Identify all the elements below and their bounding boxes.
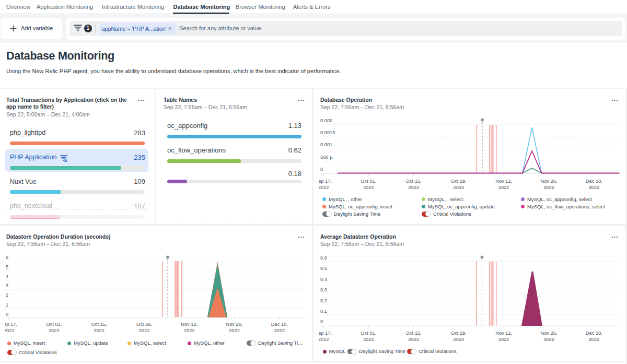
svg-text:Nov 12,: Nov 12, xyxy=(181,322,198,327)
svg-text:0.4: 0.4 xyxy=(320,277,327,282)
svg-text:0.002: 0.002 xyxy=(320,118,332,123)
svg-text:2022: 2022 xyxy=(274,328,285,333)
svg-text:Oct 29,: Oct 29, xyxy=(136,322,152,327)
svg-text:2022: 2022 xyxy=(454,337,465,342)
svg-text:2022: 2022 xyxy=(498,337,509,342)
svg-text:2022: 2022 xyxy=(543,337,554,342)
svg-text:Nov 12,: Nov 12, xyxy=(495,331,512,336)
svg-text:2022: 2022 xyxy=(363,337,374,342)
svg-text:Dec 10,: Dec 10, xyxy=(271,322,288,327)
svg-text:6: 6 xyxy=(6,255,8,260)
svg-text:Oct 29,: Oct 29, xyxy=(451,331,467,336)
svg-text:500 µ: 500 µ xyxy=(320,155,333,160)
svg-text:2022: 2022 xyxy=(229,328,240,333)
svg-text:1: 1 xyxy=(6,302,8,308)
svg-text:Oct 29,: Oct 29, xyxy=(451,179,467,184)
svg-text:2022: 2022 xyxy=(318,185,329,190)
svg-text:2022: 2022 xyxy=(363,185,374,190)
svg-text:0.6: 0.6 xyxy=(320,255,327,261)
svg-text:0: 0 xyxy=(320,167,323,172)
svg-text:Nov 26,: Nov 26, xyxy=(226,322,242,327)
svg-text:Oct 15,: Oct 15, xyxy=(406,179,422,184)
svg-text:0.0015: 0.0015 xyxy=(320,130,335,135)
svg-text:2022: 2022 xyxy=(408,185,419,190)
svg-text:2022: 2022 xyxy=(184,328,195,333)
svg-text:2022: 2022 xyxy=(49,328,60,333)
svg-text:Dec 10,: Dec 10, xyxy=(586,179,602,184)
svg-text:Oct 15,: Oct 15, xyxy=(91,322,107,327)
svg-text:Sep 17,: Sep 17, xyxy=(1,322,17,327)
svg-text:Nov 26,: Nov 26, xyxy=(540,179,557,184)
svg-text:2022: 2022 xyxy=(543,185,554,190)
svg-text:0: 0 xyxy=(6,312,8,317)
svg-text:0.5: 0.5 xyxy=(320,266,327,271)
svg-text:0.1: 0.1 xyxy=(320,309,327,314)
svg-text:0.2: 0.2 xyxy=(320,298,327,303)
svg-text:2022: 2022 xyxy=(4,328,15,333)
svg-text:2022: 2022 xyxy=(139,328,150,333)
svg-text:4: 4 xyxy=(6,274,8,279)
svg-text:0.3: 0.3 xyxy=(320,287,327,292)
svg-text:2022: 2022 xyxy=(454,185,465,190)
svg-text:2022: 2022 xyxy=(94,328,104,333)
svg-text:2022: 2022 xyxy=(588,185,599,190)
svg-text:Sep 17,: Sep 17, xyxy=(315,179,332,184)
svg-text:Oct 01,: Oct 01, xyxy=(361,331,376,336)
svg-text:2022: 2022 xyxy=(318,337,329,342)
svg-text:Dec 10,: Dec 10, xyxy=(586,331,602,336)
svg-text:0: 0 xyxy=(320,319,323,324)
svg-text:Nov 26,: Nov 26, xyxy=(540,331,557,336)
svg-text:Oct 01,: Oct 01, xyxy=(46,322,62,327)
svg-text:Nov 12,: Nov 12, xyxy=(495,179,512,184)
svg-text:2022: 2022 xyxy=(408,337,419,342)
svg-text:Oct 01,: Oct 01, xyxy=(361,179,376,184)
svg-text:5: 5 xyxy=(6,264,8,269)
svg-text:2022: 2022 xyxy=(498,185,509,190)
svg-text:0.001: 0.001 xyxy=(320,142,332,147)
svg-text:Sep 17,: Sep 17, xyxy=(315,331,332,336)
svg-text:3: 3 xyxy=(6,283,8,288)
svg-text:2022: 2022 xyxy=(588,337,599,342)
svg-text:2: 2 xyxy=(6,292,8,298)
svg-text:Oct 15,: Oct 15, xyxy=(406,331,422,336)
